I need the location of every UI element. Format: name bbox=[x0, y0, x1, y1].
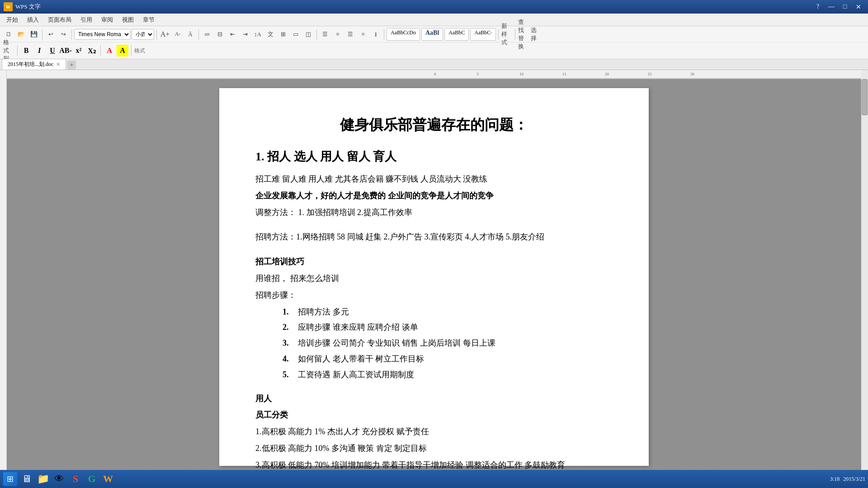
bold-btn[interactable]: B bbox=[20, 45, 32, 56]
start-btn[interactable]: ⊞ bbox=[3, 472, 18, 486]
shading-btn[interactable]: ◫ bbox=[302, 28, 314, 40]
menu-chapter[interactable]: 章节 bbox=[138, 14, 159, 25]
font-size-select[interactable]: 小四 bbox=[132, 29, 154, 40]
scrollbar-thumb[interactable] bbox=[862, 79, 868, 115]
redo-btn[interactable]: ↪ bbox=[57, 28, 69, 40]
style-more-btn[interactable]: 新样式 bbox=[501, 28, 513, 40]
font-grow-btn[interactable]: A+ bbox=[159, 28, 171, 40]
menu-page-layout[interactable]: 页面布局 bbox=[43, 14, 76, 25]
doc-para-9: 员工分类 bbox=[255, 408, 613, 422]
taskbar-s[interactable]: S bbox=[68, 472, 83, 486]
doc-para-5: 招工培训技巧 bbox=[255, 255, 613, 268]
sep2 bbox=[71, 29, 72, 40]
align-right-btn[interactable]: ☰ bbox=[344, 28, 356, 40]
style-h3[interactable]: AaBbC· bbox=[470, 28, 496, 41]
font-color-btn[interactable]: A bbox=[104, 45, 115, 56]
taskbar-folder[interactable]: 📁 bbox=[36, 472, 50, 486]
taskbar-computer[interactable]: 🖥 bbox=[19, 472, 34, 486]
menu-view[interactable]: 视图 bbox=[118, 14, 138, 25]
title-bar-left: W WPS 文字 bbox=[4, 2, 41, 11]
save-btn[interactable]: 💾 bbox=[28, 28, 40, 40]
top-ruler: 0 5 10 15 20 25 30 bbox=[7, 70, 861, 79]
font-shrink-btn[interactable]: A- bbox=[172, 28, 184, 40]
title-bar-right: ? — □ ✕ bbox=[812, 2, 864, 11]
employee-list-item: 1.高积极 高能力 1% 杰出人才 充分授权 赋予责任 bbox=[255, 425, 613, 438]
font-name-select[interactable]: Times New Roma bbox=[74, 29, 131, 40]
list-num: 3. bbox=[283, 337, 293, 350]
subscript-btn[interactable]: X₂ bbox=[86, 45, 98, 56]
border-btn[interactable]: ▭ bbox=[290, 28, 302, 40]
doc-para-4: 招聘方法：1.网络招聘 58 同城 赶集 2.户外广告 3.宣传彩页 4.人才市… bbox=[255, 230, 613, 244]
list-item: 2.应聘步骤 谁来应聘 应聘介绍 谈单 bbox=[283, 321, 613, 334]
sep10 bbox=[100, 45, 101, 56]
taskbar-date: 2015/3/21 bbox=[843, 476, 865, 483]
indent-decrease-btn[interactable]: ⇤ bbox=[226, 28, 238, 40]
style-normal[interactable]: AaBbCcDo bbox=[387, 28, 420, 41]
highlight-btn[interactable]: A bbox=[117, 45, 128, 56]
menu-reference[interactable]: 引用 bbox=[76, 14, 97, 25]
underline-btn[interactable]: U bbox=[47, 45, 58, 56]
taskbar-eye[interactable]: 👁 bbox=[52, 472, 66, 486]
superscript-btn[interactable]: x² bbox=[73, 45, 85, 56]
toolbar2-label: 格式 bbox=[134, 47, 145, 55]
italic-btn[interactable]: I bbox=[33, 45, 45, 56]
sep11 bbox=[131, 45, 132, 56]
table-btn[interactable]: ⊞ bbox=[277, 28, 289, 40]
main-area: 0 5 10 15 20 25 30 健身俱乐部普遍存在的问题： 1. 招人 选… bbox=[0, 70, 868, 475]
doc-tabs: 2015年初培...划.doc ✕ + bbox=[0, 59, 868, 70]
menu-bar: 开始 插入 页面布局 引用 审阅 视图 章节 bbox=[0, 14, 868, 26]
close-btn[interactable]: ✕ bbox=[853, 2, 864, 11]
style-h2[interactable]: AaBbC bbox=[444, 28, 469, 41]
list-item: 4.如何留人 老人带着干 树立工作目标 bbox=[283, 352, 613, 366]
style-h1[interactable]: AaBl bbox=[421, 28, 443, 41]
tab-add-btn[interactable]: + bbox=[67, 61, 76, 70]
open-btn[interactable]: 📂 bbox=[15, 28, 27, 40]
list-text: 如何留人 老人带着干 树立工作目标 bbox=[298, 352, 424, 366]
find-btn[interactable]: 查找替换 bbox=[518, 28, 529, 40]
sep1 bbox=[42, 29, 42, 40]
maximize-btn[interactable]: □ bbox=[839, 2, 851, 11]
format-painter-btn[interactable]: 格式刷 bbox=[3, 45, 14, 56]
taskbar-g[interactable]: G bbox=[85, 472, 99, 486]
chinese-format-btn[interactable]: 文 bbox=[264, 28, 276, 40]
list-item: 3.培训步骤 公司简介 专业知识 销售 上岗后培训 每日上课 bbox=[283, 337, 613, 350]
toolbar1: 🗋 📂 💾 ↩ ↪ Times New Roma 小四 A+ A- Ā ≔ ⊟ … bbox=[0, 26, 868, 42]
menu-review[interactable]: 审阅 bbox=[97, 14, 118, 25]
cols-btn[interactable]: ⫿ bbox=[370, 28, 382, 40]
list-num: 5. bbox=[283, 368, 293, 381]
doc-area[interactable]: 健身俱乐部普遍存在的问题： 1. 招人 选人 用人 留人 育人 招工难 留人难 … bbox=[7, 79, 861, 475]
strikethrough-btn[interactable]: AB- bbox=[60, 45, 71, 56]
minimize-btn[interactable]: — bbox=[826, 2, 837, 11]
doc-para-1: 招工难 留人难 用人难 尤其各店会籍 赚不到钱 人员流动大 没教练 bbox=[255, 173, 613, 186]
sep6 bbox=[384, 29, 384, 40]
indent-increase-btn[interactable]: ⇥ bbox=[239, 28, 251, 40]
menu-insert[interactable]: 插入 bbox=[23, 14, 43, 25]
numbered-list-btn[interactable]: ⊟ bbox=[214, 28, 226, 40]
menu-start[interactable]: 开始 bbox=[2, 14, 23, 25]
tab-close-btn[interactable]: ✕ bbox=[56, 61, 60, 67]
doc-para-2: 企业发展靠人才，好的人才是免费的 企业间的竞争是人才间的竞争 bbox=[255, 189, 613, 202]
select-btn[interactable]: 选择 bbox=[530, 28, 542, 40]
justify-btn[interactable]: ≡ bbox=[357, 28, 369, 40]
undo-btn[interactable]: ↩ bbox=[45, 28, 57, 40]
title-bar: W WPS 文字 ? — □ ✕ bbox=[0, 0, 868, 14]
left-ruler bbox=[0, 70, 7, 475]
bullet-list-btn[interactable]: ≔ bbox=[201, 28, 213, 40]
sep3 bbox=[156, 29, 157, 40]
doc-tab-main[interactable]: 2015年初培...划.doc ✕ bbox=[2, 59, 66, 70]
sort-btn[interactable]: ↕A bbox=[252, 28, 264, 40]
doc-tab-label: 2015年初培...划.doc bbox=[8, 61, 53, 68]
doc-para-3: 调整方法： 1. 加强招聘培训 2.提高工作效率 bbox=[255, 206, 613, 219]
clear-format-btn[interactable]: Ā bbox=[184, 28, 196, 40]
help-btn[interactable]: ? bbox=[812, 2, 824, 11]
list-num: 4. bbox=[283, 352, 293, 366]
sep8 bbox=[515, 29, 515, 40]
employee-list-item: 2.低积极 高能力 10% 多沟通 鞭策 肯定 制定目标 bbox=[255, 442, 613, 455]
sep5 bbox=[316, 29, 317, 40]
right-scrollbar[interactable] bbox=[861, 70, 868, 475]
align-left-btn[interactable]: ☰ bbox=[319, 28, 331, 40]
taskbar-right: 3:18 2015/3/21 bbox=[830, 476, 865, 483]
align-center-btn[interactable]: ≡ bbox=[332, 28, 344, 40]
taskbar-w[interactable]: W bbox=[101, 472, 115, 486]
list-item: 5.工资待遇 新人高工资试用期制度 bbox=[283, 368, 613, 381]
